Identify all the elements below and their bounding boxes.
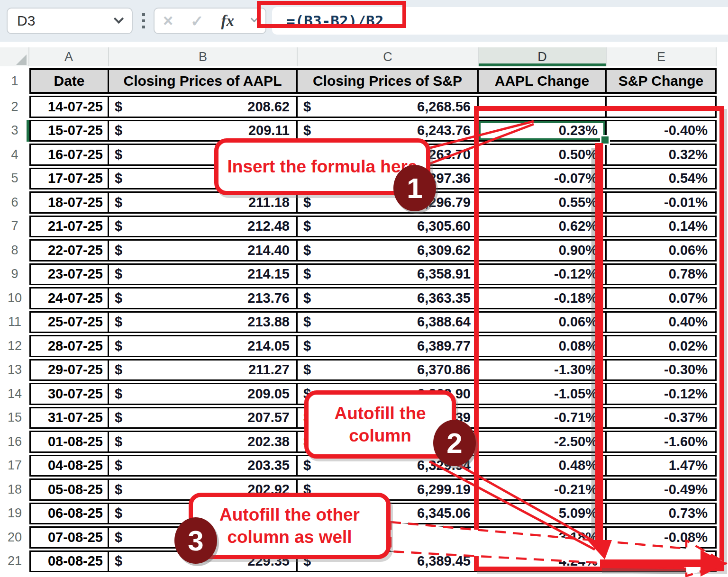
cell-aapl-price[interactable]: $214.05 — [109, 335, 298, 357]
currency-symbol: $ — [115, 482, 122, 497]
currency-symbol: $ — [115, 195, 122, 210]
cell-sp-price[interactable]: $6,268.56 — [298, 96, 479, 118]
cell-aapl-price[interactable]: $214.40 — [109, 239, 298, 261]
cell-aapl-price[interactable]: $213.76 — [109, 287, 298, 309]
row-number-8[interactable]: 8 — [0, 239, 29, 261]
cell-date[interactable]: 08-08-25 — [29, 550, 109, 573]
currency-symbol: $ — [303, 290, 311, 306]
row-number-14[interactable]: 14 — [0, 383, 29, 405]
column-header-c[interactable]: C — [298, 47, 479, 66]
cell-date[interactable]: 05-08-25 — [29, 478, 109, 501]
currency-symbol: $ — [303, 458, 311, 473]
cell-date[interactable]: 07-08-25 — [29, 526, 109, 549]
header-row: 1DateClosing Prices of AAPLClosing Price… — [0, 68, 717, 94]
row-number-19[interactable]: 19 — [0, 503, 29, 525]
cell-date[interactable]: 15-07-25 — [29, 120, 109, 142]
name-box[interactable]: D3 — [7, 8, 133, 34]
currency-symbol: $ — [303, 195, 311, 210]
cell-aapl-price[interactable]: $214.15 — [109, 263, 298, 286]
currency-symbol: $ — [303, 99, 311, 115]
cell-sp-price[interactable]: $6,358.91 — [298, 263, 479, 286]
cell-date[interactable]: 06-08-25 — [29, 503, 109, 525]
cell-aapl-price[interactable]: $212.48 — [109, 216, 298, 238]
cell-sp-price[interactable]: $6,363.35 — [298, 287, 479, 309]
cell-aapl-price[interactable]: $207.57 — [109, 407, 298, 429]
row-number-21[interactable]: 21 — [0, 550, 29, 573]
row-number-1[interactable]: 1 — [0, 68, 29, 94]
insert-function-icon[interactable]: fx — [221, 12, 235, 30]
cell-aapl-price[interactable]: $203.35 — [109, 455, 298, 477]
row-number-5[interactable]: 5 — [0, 168, 29, 190]
row-number-4[interactable]: 4 — [0, 144, 29, 166]
cell-sp-price[interactable]: $6,370.86 — [298, 359, 479, 381]
row-number-7[interactable]: 7 — [0, 216, 29, 238]
chevron-down-icon[interactable] — [114, 14, 124, 24]
cell-date[interactable]: 16-07-25 — [29, 144, 109, 166]
cell-sp-price[interactable]: $6,309.62 — [298, 239, 479, 261]
column-header-a[interactable]: A — [29, 47, 109, 66]
currency-symbol: $ — [115, 123, 122, 138]
row-number-12[interactable]: 12 — [0, 335, 29, 357]
cell-date[interactable]: 28-07-25 — [29, 335, 109, 357]
row-number-11[interactable]: 11 — [0, 311, 29, 334]
cell-sp-price[interactable]: $6,305.60 — [298, 216, 479, 238]
cell-date[interactable]: 18-07-25 — [29, 191, 109, 214]
formula-bar-divider — [0, 42, 728, 47]
currency-symbol: $ — [115, 553, 122, 569]
select-all-corner[interactable] — [0, 47, 29, 66]
change-columns-highlight-rectangle — [474, 106, 724, 571]
cell-sp-price[interactable]: $6,389.77 — [298, 335, 479, 357]
callout-text: Insert the formula here — [228, 155, 418, 178]
enter-icon[interactable]: ✓ — [191, 13, 204, 29]
cell-date[interactable]: 21-07-25 — [29, 216, 109, 238]
row-number-17[interactable]: 17 — [0, 455, 29, 477]
cell-aapl-price[interactable]: $211.27 — [109, 359, 298, 381]
cell-date[interactable]: 31-07-25 — [29, 407, 109, 429]
currency-symbol: $ — [115, 362, 122, 378]
currency-symbol: $ — [303, 266, 311, 282]
row-number-15[interactable]: 15 — [0, 407, 29, 429]
cell-value: 6,363.35 — [417, 290, 471, 306]
currency-symbol: $ — [115, 386, 122, 402]
currency-symbol: $ — [303, 362, 311, 378]
currency-symbol: $ — [115, 147, 122, 162]
table-header-b: Closing Prices of AAPL — [109, 68, 298, 94]
cell-date[interactable]: 24-07-25 — [29, 287, 109, 309]
row-number-9[interactable]: 9 — [0, 263, 29, 286]
row-number-16[interactable]: 16 — [0, 431, 29, 453]
formula-buttons-group: × ✓ fx — [154, 8, 266, 34]
cell-value: 6,243.76 — [417, 123, 471, 138]
cell-date[interactable]: 25-07-25 — [29, 311, 109, 334]
row-number-2[interactable]: 2 — [0, 96, 29, 118]
row-number-13[interactable]: 13 — [0, 359, 29, 381]
cell-value: 214.40 — [247, 243, 290, 258]
column-header-b[interactable]: B — [109, 47, 298, 66]
row-number-10[interactable]: 10 — [0, 287, 29, 309]
cell-date[interactable]: 22-07-25 — [29, 239, 109, 261]
cell-date[interactable]: 01-08-25 — [29, 431, 109, 453]
cell-date[interactable]: 30-07-25 — [29, 383, 109, 405]
cell-date[interactable]: 14-07-25 — [29, 96, 109, 118]
cell-date[interactable]: 23-07-25 — [29, 263, 109, 286]
cell-sp-price[interactable]: $6,388.64 — [298, 311, 479, 334]
row-number-6[interactable]: 6 — [0, 191, 29, 214]
step-badge-3: 3 — [174, 517, 217, 564]
column-header-strip: ABCDE — [0, 47, 717, 66]
cell-value: 6,345.06 — [417, 505, 471, 521]
row-number-20[interactable]: 20 — [0, 526, 29, 549]
row-number-3[interactable]: 3 — [0, 120, 29, 142]
cell-aapl-price[interactable]: $202.38 — [109, 431, 298, 453]
currency-symbol: $ — [115, 266, 122, 282]
row-number-18[interactable]: 18 — [0, 478, 29, 501]
cell-date[interactable]: 29-07-25 — [29, 359, 109, 381]
column-header-e[interactable]: E — [607, 47, 717, 66]
cell-date[interactable]: 04-08-25 — [29, 455, 109, 477]
cell-aapl-price[interactable]: $213.88 — [109, 311, 298, 334]
cancel-icon[interactable]: × — [163, 12, 173, 29]
column-header-d[interactable]: D — [479, 47, 607, 66]
cell-aapl-price[interactable]: $209.05 — [109, 383, 298, 405]
cell-date[interactable]: 17-07-25 — [29, 168, 109, 190]
cell-aapl-price[interactable]: $208.62 — [109, 96, 298, 118]
cell-value: 211.27 — [248, 362, 290, 378]
callout-text: Autofill the column — [314, 402, 446, 447]
